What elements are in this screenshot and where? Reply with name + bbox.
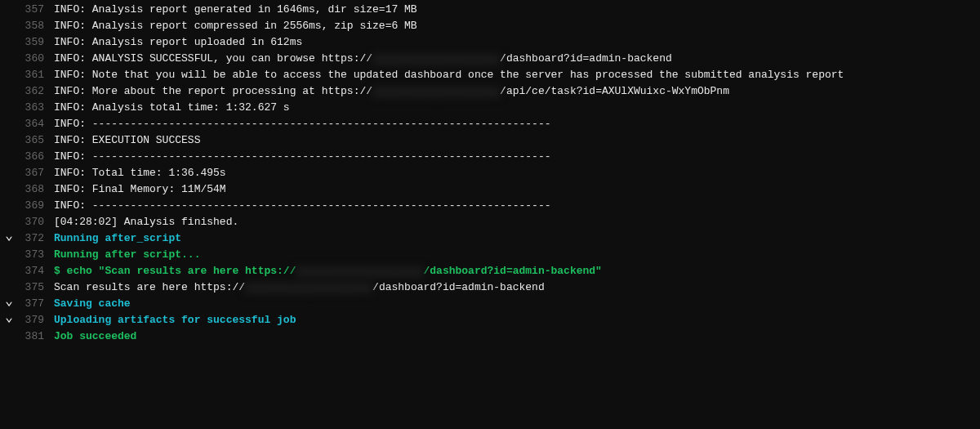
log-line: 368INFO: Final Memory: 11M/54M [0, 181, 980, 198]
log-line-content: Running after script... [54, 247, 980, 263]
log-line-content: INFO: ----------------------------------… [54, 149, 980, 165]
log-line: 359INFO: Analysis report uploaded in 612… [0, 34, 980, 51]
log-line: 369INFO: -------------------------------… [0, 198, 980, 214]
chevron-down-icon[interactable]: ⌄ [0, 296, 15, 307]
log-text-segment: INFO: Analysis report uploaded in 612ms [54, 36, 302, 48]
redacted-text: sonar.example.com.io [372, 87, 500, 98]
log-line-content: INFO: More about the report processing a… [54, 83, 980, 100]
line-number[interactable]: 375 [15, 279, 54, 296]
line-number[interactable]: 370 [15, 214, 54, 230]
log-line: 363INFO: Analysis total time: 1:32.627 s [0, 100, 980, 116]
log-text-segment: INFO: EXECUTION SUCCESS [54, 134, 200, 146]
log-line-content: INFO: Analysis total time: 1:32.627 s [54, 100, 980, 116]
redacted-text: sonar.example.com.io [245, 283, 372, 294]
log-output: 357INFO: Analysis report generated in 16… [0, 0, 980, 345]
line-number[interactable]: 367 [15, 165, 54, 181]
log-line: 358INFO: Analysis report compressed in 2… [0, 18, 980, 34]
log-text-segment: $ echo "Scan results are here https:// [54, 265, 296, 277]
log-text-segment: Job succeeded [54, 330, 136, 342]
log-text-segment: INFO: ----------------------------------… [54, 118, 551, 130]
log-text-segment: Running after script... [54, 248, 200, 261]
log-line: ⌄379Uploading artifacts for successful j… [0, 312, 980, 328]
log-line: 375Scan results are here https://sonar.e… [0, 279, 980, 296]
log-text-segment: Running after_script [54, 232, 181, 244]
log-text-segment: INFO: ----------------------------------… [54, 199, 551, 212]
line-number[interactable]: 358 [15, 18, 54, 34]
log-text-segment: INFO: Analysis report generated in 1646m… [54, 3, 417, 16]
log-line: 365INFO: EXECUTION SUCCESS [0, 132, 980, 149]
log-text-segment: INFO: Analysis total time: 1:32.627 s [54, 101, 290, 114]
line-number[interactable]: 363 [15, 100, 54, 116]
log-line: 362INFO: More about the report processin… [0, 83, 980, 100]
line-number[interactable]: 359 [15, 34, 54, 51]
line-number[interactable]: 364 [15, 116, 54, 132]
redacted-text: sonar.example.com.io [372, 54, 500, 65]
line-number[interactable]: 361 [15, 67, 54, 83]
log-line: 367INFO: Total time: 1:36.495s [0, 165, 980, 181]
line-number[interactable]: 372 [15, 230, 54, 247]
log-line-content: [04:28:02] Analysis finished. [54, 214, 980, 230]
log-text-segment: Scan results are here https:// [54, 281, 245, 293]
log-text-segment: INFO: More about the report processing a… [54, 85, 372, 97]
log-text-segment: [04:28:02] Analysis finished. [54, 216, 238, 228]
log-line-content: Uploading artifacts for successful job [54, 312, 980, 328]
log-line: 373Running after script... [0, 247, 980, 263]
log-text-segment: /dashboard?id=admin-backend [372, 281, 545, 293]
line-number[interactable]: 381 [15, 328, 54, 345]
log-text-segment: /dashboard?id=admin-backend [500, 52, 672, 65]
log-line-content: Running after_script [54, 230, 980, 247]
chevron-down-icon[interactable]: ⌄ [0, 230, 15, 242]
log-text-segment: Saving cache [54, 297, 131, 310]
log-line-content: Saving cache [54, 296, 980, 312]
line-number[interactable]: 379 [15, 312, 54, 328]
log-line-content: INFO: Analysis report uploaded in 612ms [54, 34, 980, 51]
chevron-down-icon[interactable]: ⌄ [0, 312, 15, 324]
log-line: ⌄372Running after_script [0, 230, 980, 247]
line-number[interactable]: 368 [15, 181, 54, 198]
log-line-content: INFO: Total time: 1:36.495s [54, 165, 980, 181]
log-line-content: $ echo "Scan results are here https://so… [54, 263, 980, 279]
line-number[interactable]: 374 [15, 263, 54, 279]
log-line-content: INFO: Analysis report compressed in 2556… [54, 18, 980, 34]
log-line: 361INFO: Note that you will be able to a… [0, 67, 980, 83]
log-line-content: INFO: ----------------------------------… [54, 198, 980, 214]
log-line: ⌄377Saving cache [0, 296, 980, 312]
log-line: 381Job succeeded [0, 328, 980, 345]
log-line: 360INFO: ANALYSIS SUCCESSFUL, you can br… [0, 51, 980, 67]
log-line: 364INFO: -------------------------------… [0, 116, 980, 132]
log-text-segment: INFO: Note that you will be able to acce… [54, 69, 844, 81]
line-number[interactable]: 369 [15, 198, 54, 214]
line-number[interactable]: 362 [15, 83, 54, 100]
log-text-segment: INFO: ----------------------------------… [54, 150, 551, 163]
log-line-content: Job succeeded [54, 328, 980, 345]
log-line: 357INFO: Analysis report generated in 16… [0, 2, 980, 18]
log-line-content: INFO: ----------------------------------… [54, 116, 980, 132]
log-text-segment: /dashboard?id=admin-backend" [423, 265, 601, 277]
log-text-segment: /api/ce/task?id=AXUlXWuixc-WxYmObPnm [500, 85, 729, 97]
line-number[interactable]: 373 [15, 247, 54, 263]
log-text-segment: INFO: Total time: 1:36.495s [54, 167, 226, 179]
log-text-segment: Uploading artifacts for successful job [54, 314, 296, 326]
log-line-content: INFO: ANALYSIS SUCCESSFUL, you can brows… [54, 51, 980, 67]
line-number[interactable]: 377 [15, 296, 54, 312]
log-line: 370[04:28:02] Analysis finished. [0, 214, 980, 230]
log-text-segment: INFO: Final Memory: 11M/54M [54, 183, 226, 195]
log-text-segment: INFO: Analysis report compressed in 2556… [54, 20, 417, 32]
redacted-text: sonar.example.com.io [296, 266, 423, 278]
log-line: 366INFO: -------------------------------… [0, 149, 980, 165]
log-line-content: INFO: EXECUTION SUCCESS [54, 132, 980, 149]
log-line: 374$ echo "Scan results are here https:/… [0, 263, 980, 279]
log-line-content: Scan results are here https://sonar.exam… [54, 279, 980, 296]
log-line-content: INFO: Note that you will be able to acce… [54, 67, 980, 83]
line-number[interactable]: 360 [15, 51, 54, 67]
line-number[interactable]: 366 [15, 149, 54, 165]
log-line-content: INFO: Analysis report generated in 1646m… [54, 2, 980, 18]
line-number[interactable]: 357 [15, 2, 54, 18]
log-text-segment: INFO: ANALYSIS SUCCESSFUL, you can brows… [54, 52, 372, 65]
line-number[interactable]: 365 [15, 132, 54, 149]
log-line-content: INFO: Final Memory: 11M/54M [54, 181, 980, 198]
